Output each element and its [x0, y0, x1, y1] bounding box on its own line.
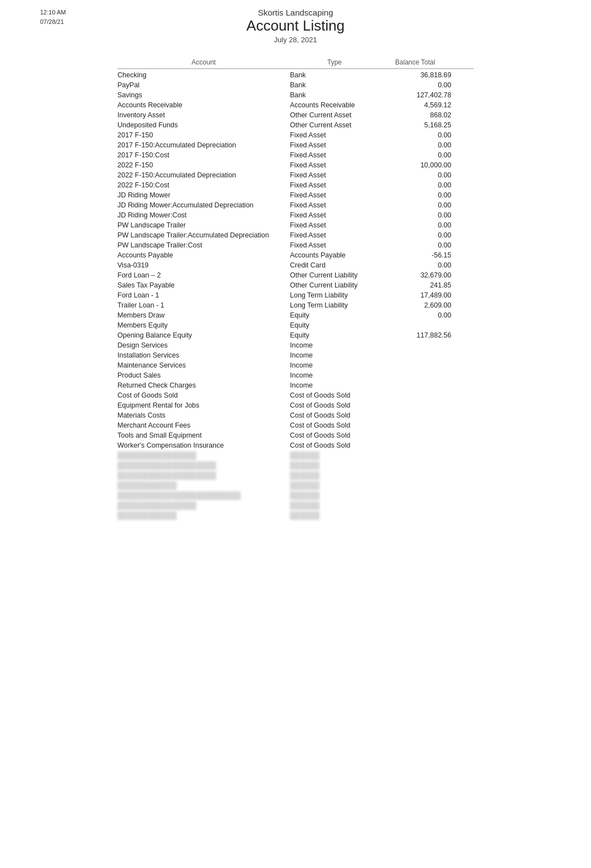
- cell-balance: 0.00: [379, 231, 451, 239]
- cell-account: JD Riding Mower: [117, 191, 290, 199]
- cell-type: Other Current Liability: [290, 271, 379, 279]
- table-row: PW Landscape Trailer:CostFixed Asset0.00: [117, 240, 474, 250]
- timestamp: 12:10 AM 07/28/21: [40, 8, 66, 26]
- company-name: Skortis Landscaping: [0, 8, 591, 17]
- cell-type: Income: [290, 351, 379, 359]
- cell-type: Income: [290, 361, 379, 369]
- cell-balance: 0.00: [379, 131, 451, 139]
- cell-type: Long Term Liability: [290, 291, 379, 299]
- cell-account: 2022 F-150:Cost: [117, 181, 290, 189]
- cell-balance: [379, 492, 451, 499]
- cell-balance: 117,882.56: [379, 331, 451, 339]
- cell-account: Product Sales: [117, 371, 290, 379]
- cell-balance: 0.00: [379, 171, 451, 179]
- cell-type: Income: [290, 371, 379, 379]
- cell-account: Worker's Compensation Insurance: [117, 442, 290, 449]
- cell-balance: [379, 512, 451, 519]
- cell-balance: 127,402.78: [379, 91, 451, 99]
- cell-account: ████████████: [117, 512, 290, 519]
- cell-account: Undeposited Funds: [117, 121, 290, 129]
- cell-type: Cost of Goods Sold: [290, 442, 379, 449]
- cell-balance: -56.15: [379, 251, 451, 259]
- cell-type: Fixed Asset: [290, 181, 379, 189]
- cell-type: Income: [290, 381, 379, 389]
- cell-balance: [379, 452, 451, 459]
- cell-balance: 0.00: [379, 261, 451, 269]
- cell-account: Checking: [117, 71, 290, 79]
- table-row: ██████████████████: [117, 510, 474, 520]
- cell-type: Fixed Asset: [290, 161, 379, 169]
- cell-balance: 0.00: [379, 141, 451, 149]
- table-row: PW Landscape Trailer:Accumulated Depreci…: [117, 230, 474, 240]
- cell-type: Fixed Asset: [290, 141, 379, 149]
- table-row: Opening Balance EquityEquity117,882.56: [117, 330, 474, 340]
- table-row: SavingsBank127,402.78: [117, 90, 474, 100]
- cell-account: PW Landscape Trailer:Accumulated Depreci…: [117, 231, 290, 239]
- cell-account: Cost of Goods Sold: [117, 391, 290, 399]
- cell-balance: [379, 391, 451, 399]
- table-row: Ford Loan – 2Other Current Liability32,6…: [117, 270, 474, 280]
- cell-balance: 5,168.25: [379, 121, 451, 129]
- cell-account: Returned Check Charges: [117, 381, 290, 389]
- cell-type: Credit Card: [290, 261, 379, 269]
- cell-account: Equipment Rental for Jobs: [117, 401, 290, 409]
- cell-balance: 0.00: [379, 201, 451, 209]
- table-row: Cost of Goods SoldCost of Goods Sold: [117, 390, 474, 400]
- table-row: Members DrawEquity0.00: [117, 310, 474, 320]
- cell-balance: 0.00: [379, 181, 451, 189]
- cell-type: Cost of Goods Sold: [290, 411, 379, 419]
- cell-balance: 0.00: [379, 81, 451, 89]
- cell-type: Long Term Liability: [290, 301, 379, 309]
- cell-type: Fixed Asset: [290, 221, 379, 229]
- cell-balance: 2,609.00: [379, 301, 451, 309]
- cell-type: Fixed Asset: [290, 201, 379, 209]
- cell-account: Installation Services: [117, 351, 290, 359]
- cell-account: Visa-0319: [117, 261, 290, 269]
- table-row: 2017 F-150Fixed Asset0.00: [117, 130, 474, 140]
- table-row: 2022 F-150:CostFixed Asset0.00: [117, 180, 474, 190]
- cell-account: Accounts Receivable: [117, 101, 290, 109]
- cell-type: Other Current Asset: [290, 111, 379, 119]
- col-header-type: Type: [290, 58, 379, 66]
- table-row: Visa-0319Credit Card0.00: [117, 260, 474, 270]
- cell-balance: 17,489.00: [379, 291, 451, 299]
- cell-balance: [379, 371, 451, 379]
- account-table: Account Type Balance Total CheckingBank3…: [117, 58, 474, 520]
- cell-type: Equity: [290, 321, 379, 329]
- table-row: 2017 F-150:CostFixed Asset0.00: [117, 150, 474, 160]
- cell-type: Other Current Liability: [290, 281, 379, 289]
- cell-type: ██████: [290, 482, 379, 489]
- cell-balance: 36,818.69: [379, 71, 451, 79]
- cell-type: Accounts Receivable: [290, 101, 379, 109]
- cell-account: Members Draw: [117, 311, 290, 319]
- table-row: ██████████████████████████: [117, 470, 474, 480]
- cell-account: 2017 F-150: [117, 131, 290, 139]
- table-row: CheckingBank36,818.69: [117, 70, 474, 80]
- cell-type: Fixed Asset: [290, 231, 379, 239]
- report-header: Skortis Landscaping Account Listing July…: [0, 0, 591, 48]
- cell-account: Accounts Payable: [117, 251, 290, 259]
- cell-balance: [379, 361, 451, 369]
- table-row: Accounts ReceivableAccounts Receivable4,…: [117, 100, 474, 110]
- cell-balance: 32,679.00: [379, 271, 451, 279]
- cell-type: Other Current Asset: [290, 121, 379, 129]
- cell-type: Fixed Asset: [290, 241, 379, 249]
- cell-type: Bank: [290, 71, 379, 79]
- table-row: Sales Tax PayableOther Current Liability…: [117, 280, 474, 290]
- table-row: ██████████████████████: [117, 450, 474, 460]
- table-header: Account Type Balance Total: [117, 58, 474, 69]
- cell-type: ██████: [290, 472, 379, 479]
- table-row: Inventory AssetOther Current Asset868.02: [117, 110, 474, 120]
- cell-account: PW Landscape Trailer:Cost: [117, 241, 290, 249]
- cell-account: Merchant Account Fees: [117, 421, 290, 429]
- cell-balance: 0.00: [379, 241, 451, 249]
- table-row: JD Riding MowerFixed Asset0.00: [117, 190, 474, 200]
- time-display: 12:10 AM: [40, 8, 66, 17]
- table-row: ██████████████████████████: [117, 460, 474, 470]
- col-header-balance: Balance Total: [379, 58, 451, 66]
- cell-account: Maintenance Services: [117, 361, 290, 369]
- table-row: Members EquityEquity: [117, 320, 474, 330]
- cell-type: Equity: [290, 311, 379, 319]
- table-row: Ford Loan - 1Long Term Liability17,489.0…: [117, 290, 474, 300]
- cell-type: Bank: [290, 81, 379, 89]
